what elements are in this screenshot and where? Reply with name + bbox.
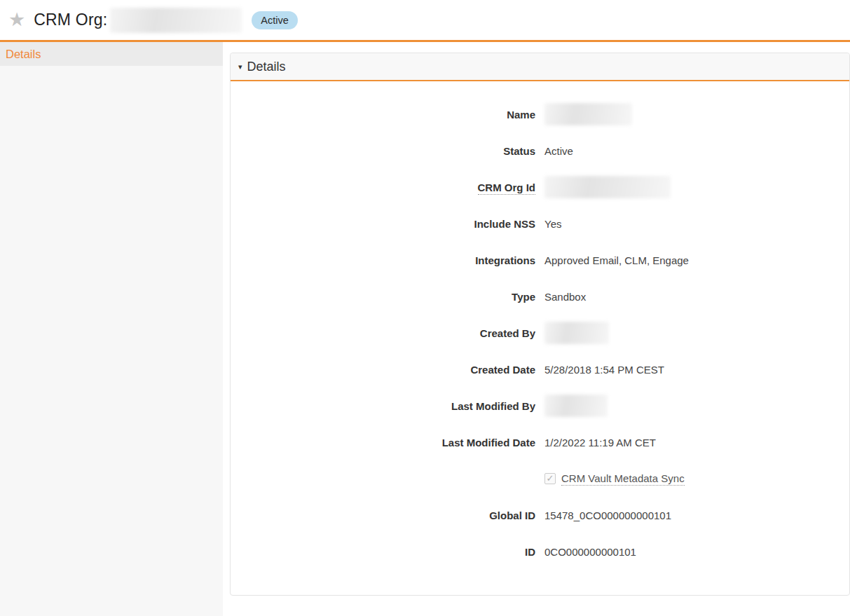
field-value-global-id: 15478_0CO000000000101 [544, 509, 671, 521]
page-header: ★ CRM Org: Active [0, 0, 850, 40]
field-value-id: 0CO000000000101 [544, 546, 636, 558]
main-layout: Details ▾ Details NameStatusActiveCRM Or… [0, 42, 850, 616]
tooltip-underlined-label: CRM Org Id [478, 182, 536, 195]
field-value-created-date: 5/28/2018 1:54 PM CEST [544, 364, 664, 376]
field-row-created-date: Created Date5/28/2018 1:54 PM CEST [231, 360, 849, 379]
field-value-include-nss: Yes [544, 218, 561, 230]
redacted-value [544, 395, 608, 417]
field-value-status: Active [544, 145, 573, 157]
details-section-title: Details [247, 60, 286, 74]
details-section-header[interactable]: ▾ Details [231, 53, 849, 81]
field-label-last-modified-by: Last Modified By [231, 400, 535, 412]
field-value-type: Sandbox [544, 291, 586, 303]
sidebar-item-details[interactable]: Details [0, 42, 223, 66]
field-row-id: ID0CO000000000101 [231, 542, 849, 561]
crm-vault-metadata-sync-checkbox-row: ✓CRM Vault Metadata Sync [544, 472, 685, 486]
collapse-chevron-icon[interactable]: ▾ [238, 62, 242, 71]
field-row-type: TypeSandbox [231, 287, 849, 306]
field-row-crm-vault-metadata-sync: ✓CRM Vault Metadata Sync [231, 469, 849, 488]
favorite-star-icon[interactable]: ★ [8, 11, 25, 29]
field-row-last-modified-date: Last Modified Date1/2/2022 11:19 AM CET [231, 432, 849, 452]
redacted-org-name [110, 8, 242, 33]
field-row-status: StatusActive [231, 141, 849, 160]
status-badge: Active [252, 11, 298, 29]
field-value-last-modified-date: 1/2/2022 11:19 AM CET [544, 437, 656, 449]
field-row-name: Name [231, 104, 849, 124]
sidebar: Details [0, 42, 223, 616]
field-row-created-by: Created By [231, 323, 849, 343]
checkbox-checked-disabled-icon: ✓ [544, 473, 556, 484]
redacted-value [544, 176, 671, 198]
field-label-last-modified-date: Last Modified Date [231, 437, 535, 449]
page-title: CRM Org: [34, 11, 107, 29]
field-label-crm-org-id: CRM Org Id [231, 182, 535, 193]
field-label-created-date: Created Date [231, 364, 535, 376]
field-row-last-modified-by: Last Modified By [231, 396, 849, 416]
redacted-value [544, 322, 609, 344]
field-row-integrations: IntegrationsApproved Email, CLM, Engage [231, 250, 849, 270]
field-label-integrations: Integrations [231, 254, 535, 266]
field-label-include-nss: Include NSS [231, 218, 535, 230]
details-panel: ▾ Details NameStatusActiveCRM Org IdIncl… [230, 53, 850, 596]
fields-list: NameStatusActiveCRM Org IdInclude NSSYes… [231, 81, 849, 595]
sidebar-item-label: Details [6, 48, 41, 60]
field-label-created-by: Created By [231, 327, 535, 339]
redacted-value [544, 103, 632, 125]
field-row-global-id: Global ID15478_0CO000000000101 [231, 505, 849, 525]
field-label-status: Status [231, 145, 535, 157]
field-label-global-id: Global ID [231, 509, 535, 521]
field-label-type: Type [231, 291, 535, 303]
checkbox-label: CRM Vault Metadata Sync [561, 472, 685, 486]
field-row-include-nss: Include NSSYes [231, 214, 849, 233]
field-row-crm-org-id: CRM Org Id [231, 177, 849, 197]
field-value-integrations: Approved Email, CLM, Engage [544, 254, 689, 266]
main-content: ▾ Details NameStatusActiveCRM Org IdIncl… [223, 42, 850, 616]
field-label-id: ID [231, 546, 535, 558]
field-label-name: Name [231, 109, 535, 121]
